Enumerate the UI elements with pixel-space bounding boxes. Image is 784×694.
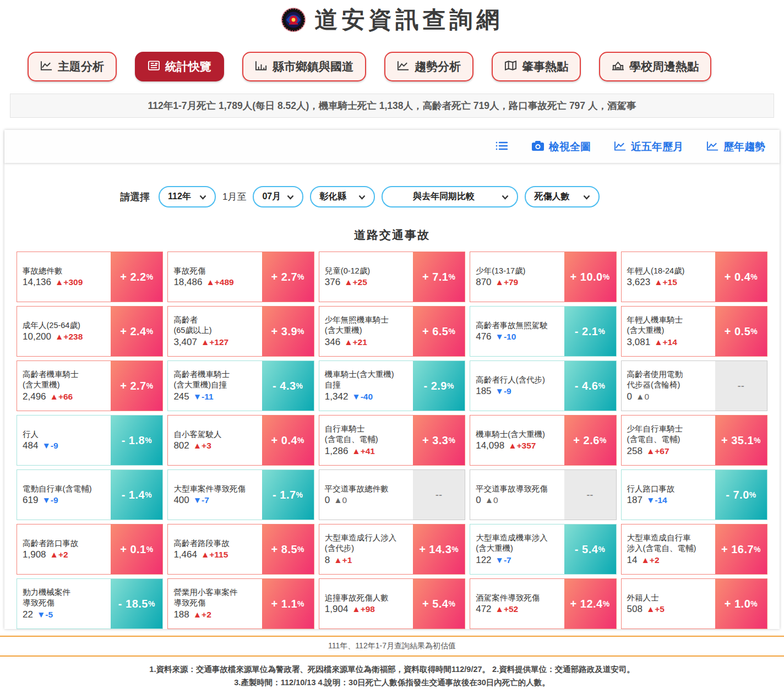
stat-card-value: 802 [173, 440, 189, 451]
stat-card[interactable]: 電動自行車(含電輔) 619 ▼-9 - 1.4% [17, 469, 163, 520]
list-view-button[interactable] [495, 140, 508, 154]
stat-card[interactable]: 高齡者 (65歲以上) 3,407 ▲+127 + 3.9% [167, 306, 314, 357]
nav-accident-hotspot-button[interactable]: 肇事熱點 [492, 52, 581, 81]
stat-card[interactable]: 自小客駕駛人 802 ▲+3 + 0.4% [167, 415, 314, 466]
stat-card[interactable]: 事故總件數 14,136 ▲+309 + 2.2% [17, 252, 163, 302]
toolbar-label: 近五年歷月 [631, 140, 683, 154]
stat-card[interactable]: 平交道事故總件數 0 ▲0 -- [319, 469, 465, 520]
stat-card[interactable]: 少年無照機車騎士 (含大重機) 346 ▲+21 + 6.5% [319, 306, 465, 357]
stat-card-label: 機車騎士(含大重機) 自撞 [325, 369, 410, 390]
nav-topic-analysis-button[interactable]: 主題分析 [28, 52, 117, 81]
stat-card-info: 營業用小客車案件 導致死傷 188 ▲+2 [168, 579, 262, 629]
toolbar: 檢視全圖 近五年歷月 歷年趨勢 [4, 130, 780, 163]
stat-card[interactable]: 事故死傷 18,486 ▲+489 + 2.7% [167, 252, 314, 302]
stat-card[interactable]: 高齡者事故無照駕駛 476 ▼-10 - 2.1% [470, 306, 616, 357]
stat-card-value: 870 [476, 277, 491, 288]
stat-card[interactable]: 外籍人士 508 ▲+5 + 1.0% [621, 578, 767, 629]
county-select[interactable]: 彰化縣 [310, 186, 375, 207]
stat-card-percent-badge: + 0.5% [715, 307, 767, 356]
stat-card[interactable]: 大型車案件導致死傷 400 ▼-7 - 1.7% [167, 469, 314, 520]
stat-card-percent-unit: % [598, 545, 605, 554]
stat-card-value: 185 [476, 386, 491, 397]
area-chart-icon [397, 60, 410, 74]
stat-card[interactable]: 大型車造成行人涉入 (含代步) 8 ▲+1 + 14.3% [319, 524, 465, 575]
stat-card[interactable]: 自行車騎士 (含電自、電輔) 1,286 ▲+41 + 3.3% [319, 415, 465, 466]
stat-card-percent: - 4.3 [273, 380, 296, 392]
stat-card-percent-badge: + 5.4% [413, 579, 465, 629]
stat-card-delta: ▲0 [334, 495, 347, 505]
stat-card-percent: + 0.5 [725, 325, 751, 338]
stat-card-percent-badge: + 1.0% [715, 579, 767, 629]
stat-card-percent-unit: % [145, 490, 152, 499]
motc-logo-icon [281, 7, 306, 32]
stat-card[interactable]: 行人 484 ▼-9 - 1.8% [17, 415, 163, 466]
stat-card-value: 188 [173, 609, 189, 620]
stat-card-info: 事故總件數 14,136 ▲+309 [17, 252, 111, 302]
stat-card-delta: ▲0 [636, 392, 649, 402]
stat-card[interactable]: 成年人(25-64歲) 10,200 ▲+238 + 2.4% [17, 306, 163, 357]
nav-trend-analysis-button[interactable]: 趨勢分析 [384, 52, 473, 81]
stat-card-info: 高齡者機車騎士 (含大重機) 2,496 ▲+66 [17, 361, 111, 411]
nav-label: 縣市鄉鎮與國道 [273, 59, 353, 74]
five-year-monthly-button[interactable]: 近五年歷月 [614, 140, 683, 154]
stat-card-delta: ▲+79 [496, 277, 519, 287]
month-select[interactable]: 07月 [253, 186, 303, 207]
stat-card-percent-badge: - 2.1% [564, 307, 616, 356]
stat-card[interactable]: 行人路口事故 187 ▼-14 - 7.0% [621, 469, 767, 520]
stat-card-label: 大型車造成自行車 涉入(含電自、電輔) [627, 533, 712, 554]
range-join-label: 1月至 [222, 190, 246, 203]
stat-card-percent-unit: % [600, 436, 607, 445]
stat-card-value: 0 [627, 391, 632, 402]
stat-card-percent-badge: -- [564, 470, 616, 520]
stat-card-percent-badge: + 2.2% [111, 252, 162, 302]
stat-card[interactable]: 年輕人機車騎士 (含大重機) 3,081 ▲+14 + 0.5% [621, 306, 767, 357]
stat-card-delta: ▲+2 [50, 550, 68, 560]
stat-card[interactable]: 營業用小客車案件 導致死傷 188 ▲+2 + 1.1% [167, 578, 314, 629]
stat-card[interactable]: 高齡者機車騎士 (含大重機)自撞 245 ▼-11 - 4.3% [167, 360, 314, 411]
stat-card-percent-badge: - 18.5% [111, 579, 162, 629]
stat-card-percent: + 7.1 [422, 271, 449, 283]
stat-card-label: 高齡者事故無照駕駛 [476, 320, 560, 331]
metric-select-value: 死傷人數 [534, 191, 569, 203]
stat-card-label: 大型車造成機車涉入 (含大重機) [476, 533, 560, 554]
stat-card-info: 成年人(25-64歲) 10,200 ▲+238 [17, 307, 111, 356]
stat-card-percent-badge: + 3.3% [413, 416, 465, 465]
nav-school-hotspot-button[interactable]: 學校周邊熱點 [599, 52, 711, 81]
stat-card[interactable]: 機車騎士(含大重機) 自撞 1,342 ▼-40 - 2.9% [319, 360, 465, 411]
stat-card[interactable]: 兒童(0-12歲) 376 ▲+25 + 7.1% [319, 252, 465, 302]
year-select[interactable]: 112年 [159, 186, 216, 207]
nav-county-township-button[interactable]: 縣市鄉鎮與國道 [242, 52, 366, 81]
stat-card[interactable]: 機車騎士(含大重機) 14,098 ▲+357 + 2.6% [470, 415, 616, 466]
stat-card-delta: ▲+41 [352, 446, 375, 456]
stat-card-percent-badge: + 8.5% [262, 524, 314, 574]
metric-select[interactable]: 死傷人數 [525, 186, 600, 207]
compare-mode-select[interactable]: 與去年同期比較 [382, 186, 518, 207]
stat-card-percent: + 8.5 [271, 543, 298, 556]
stat-card[interactable]: 高齡者路口事故 1,908 ▲+2 + 0.1% [17, 524, 163, 575]
stat-card[interactable]: 少年自行車騎士 (含電自、電輔) 258 ▲+67 + 35.1% [621, 415, 767, 466]
stat-card[interactable]: 少年(13-17歲) 870 ▲+79 + 10.0% [470, 252, 616, 302]
stat-card[interactable]: 高齡者機車騎士 (含大重機) 2,496 ▲+66 + 2.7% [17, 360, 163, 411]
stat-card-delta: ▼-7 [193, 495, 209, 505]
stat-card-percent: - 1.8 [122, 434, 145, 447]
stat-card[interactable]: 平交道事故導致死傷 0 ▲0 -- [470, 469, 616, 520]
stat-card[interactable]: 酒駕案件導致死傷 472 ▲+52 + 12.4% [470, 578, 616, 629]
stat-card-percent-unit: % [598, 327, 605, 336]
stat-card[interactable]: 高齡者路段事故 1,464 ▲+115 + 8.5% [167, 524, 314, 575]
stat-card[interactable]: 動力機械案件 導致死傷 22 ▼-5 - 18.5% [17, 578, 163, 629]
stat-card[interactable]: 追撞事故死傷人數 1,904 ▲+98 + 5.4% [319, 578, 465, 629]
yearly-trend-button[interactable]: 歷年趨勢 [706, 140, 765, 154]
stat-card-label: 追撞事故死傷人數 [325, 593, 410, 603]
stat-card-percent: + 3.3 [422, 434, 449, 447]
stat-card-percent: + 0.1 [120, 543, 146, 556]
view-full-image-button[interactable]: 檢視全圖 [531, 140, 591, 154]
stat-card-label: 營業用小客車案件 導致死傷 [173, 587, 258, 608]
stat-card-delta: ▼-9 [42, 495, 58, 505]
stat-card[interactable]: 大型車造成自行車 涉入(含電自、電輔) 14 ▲+2 + 16.7% [621, 524, 767, 575]
stat-card[interactable]: 高齡者行人(含代步) 185 ▼-9 - 4.6% [470, 360, 616, 411]
stat-card[interactable]: 大型車造成機車涉入 (含大重機) 122 ▼-7 - 5.4% [470, 524, 616, 575]
nav-stats-overview-button[interactable]: 統計快覽 [135, 52, 224, 81]
stat-card[interactable]: 年輕人(18-24歲) 3,623 ▲+15 + 0.4% [621, 252, 767, 302]
stat-card[interactable]: 高齡者使用電動 代步器(含輪椅) 0 ▲0 -- [621, 360, 767, 411]
stat-card-percent-unit: % [603, 272, 610, 281]
